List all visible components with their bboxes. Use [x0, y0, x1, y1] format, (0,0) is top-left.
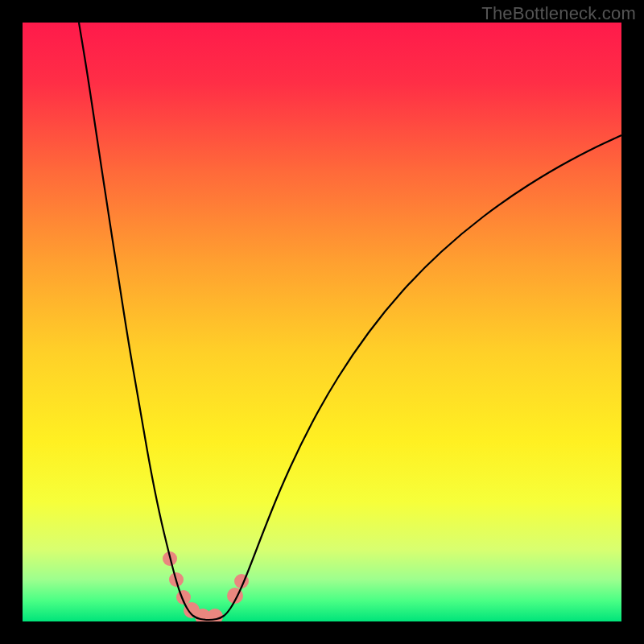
plot-area [23, 23, 621, 621]
gradient-background [23, 23, 621, 621]
chart-svg [23, 23, 621, 621]
watermark-text: TheBottleneck.com [481, 3, 636, 24]
chart-frame: TheBottleneck.com [0, 0, 644, 644]
